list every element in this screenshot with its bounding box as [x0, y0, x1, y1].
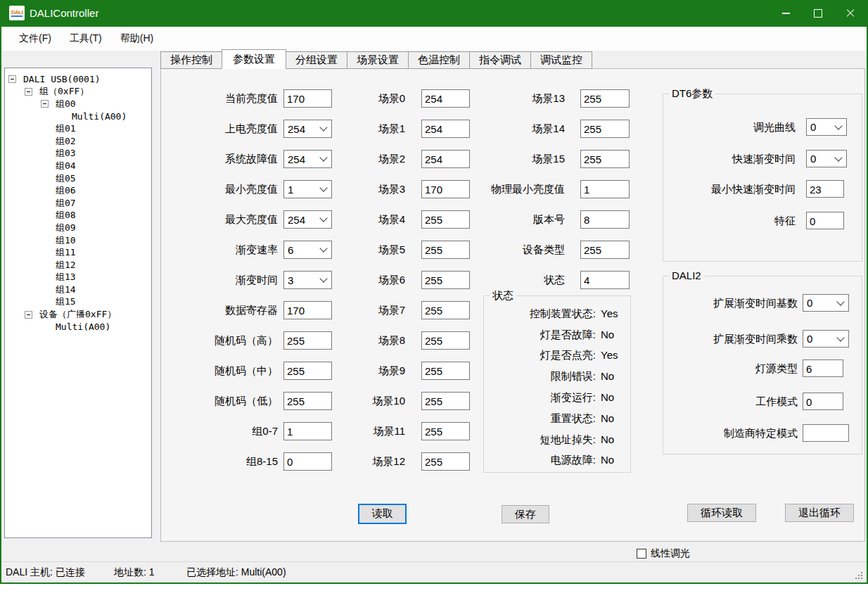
dt6-group-title: DT6参数 [669, 87, 715, 100]
tree-item-group06[interactable]: 组06 [5, 184, 151, 197]
tree-item-multi[interactable]: Multi(A00) [5, 110, 151, 123]
scene-input[interactable] [421, 331, 470, 350]
tree-item-device-broadcast[interactable]: 设备（广播0xFF） [5, 308, 151, 321]
tree-item-multi-2[interactable]: Multi(A00) [5, 321, 151, 333]
collapse-icon[interactable] [25, 88, 32, 96]
collapse-icon[interactable] [25, 311, 32, 319]
version-input[interactable] [580, 210, 630, 229]
read-button[interactable]: 读取 [358, 504, 407, 524]
data-register-input[interactable] [283, 301, 332, 319]
linear-dimming-checkbox[interactable]: 线性调光 [637, 547, 690, 560]
tab-color-temp-control[interactable]: 色温控制 [408, 51, 470, 69]
collapse-icon[interactable] [8, 75, 16, 83]
scene-input[interactable] [421, 392, 470, 410]
ext-fade-time-base-combo[interactable]: 0 [803, 294, 849, 312]
exit-loop-button[interactable]: 退出循环 [785, 504, 854, 522]
tree-item-group09[interactable]: 组09 [5, 222, 151, 234]
tree-item-group03[interactable]: 组03 [5, 148, 151, 160]
tab-scene-settings[interactable]: 场景设置 [347, 51, 409, 69]
min-level-combo[interactable]: 1 [283, 180, 332, 198]
scene-input[interactable] [421, 301, 470, 319]
manufacturer-mode-input[interactable] [803, 424, 849, 442]
tree-item-label: 组14 [56, 284, 76, 296]
tree-item-group11[interactable]: 组11 [5, 246, 151, 259]
field-label: 渐变时间 [154, 271, 278, 289]
device-type-input[interactable] [580, 241, 630, 259]
tab-command-debug[interactable]: 指令调试 [469, 51, 531, 69]
power-on-level-combo[interactable]: 254 [283, 120, 332, 138]
operating-mode-input[interactable] [803, 393, 843, 410]
tree-item-label: 组13 [56, 271, 76, 284]
maximize-button[interactable] [802, 0, 834, 27]
scene-input[interactable] [421, 362, 470, 380]
tree-item-dali-usb[interactable]: DALI USB(0001) [5, 73, 151, 86]
tree-item-group05[interactable]: 组05 [5, 172, 151, 185]
group-8-15-input[interactable] [283, 452, 332, 471]
loop-read-button[interactable]: 循环读取 [687, 504, 756, 522]
features-input[interactable] [806, 212, 844, 229]
fast-fade-time-combo[interactable]: 0 [806, 150, 847, 167]
collapse-icon[interactable] [41, 100, 49, 108]
scene-input[interactable] [580, 150, 630, 168]
tree-item-group02[interactable]: 组02 [5, 135, 151, 148]
physical-min-level-input[interactable] [580, 180, 630, 198]
scene-input[interactable] [421, 452, 470, 471]
menu-file[interactable]: 文件(F) [19, 32, 51, 45]
current-brightness-input[interactable] [283, 89, 332, 108]
chevron-down-icon [836, 298, 844, 305]
status-host: DALI 主机: 已连接 [6, 562, 85, 582]
chevron-down-icon [319, 153, 327, 161]
field-label: 组0-7 [154, 422, 278, 440]
fade-rate-combo[interactable]: 6 [283, 241, 332, 259]
tab-parameter-settings[interactable]: 参数设置 [222, 49, 286, 69]
tree-item-group01[interactable]: 组01 [5, 122, 151, 135]
tree-item-label: 组07 [56, 197, 76, 210]
dimming-curve-combo[interactable]: 0 [806, 118, 847, 136]
menu-help[interactable]: 帮助(H) [120, 32, 153, 45]
field-label: 随机码（低） [154, 392, 278, 410]
dt6-group: DT6参数 调光曲线 0 快速渐变时间 0 最小快速渐变时间 特征 [663, 94, 862, 262]
tab-operation-control[interactable]: 操作控制 [160, 51, 222, 69]
tree-item-group08[interactable]: 组08 [5, 210, 151, 222]
random-code-high-input[interactable] [283, 331, 332, 350]
random-code-mid-input[interactable] [283, 362, 332, 380]
combo-value: 0 [810, 153, 816, 165]
scene-input[interactable] [580, 89, 630, 108]
system-failure-level-combo[interactable]: 254 [283, 150, 332, 168]
status-value-input[interactable] [580, 271, 630, 289]
scene-input[interactable] [421, 422, 470, 440]
tree-item-group04[interactable]: 组04 [5, 160, 151, 172]
chevron-down-icon [319, 274, 327, 282]
tree-item-group00[interactable]: 组00 [5, 98, 151, 110]
combo-value: 254 [288, 123, 305, 135]
minimize-button[interactable] [770, 0, 802, 27]
status-label: 灯是否故障: [490, 327, 596, 343]
tree-item-group13[interactable]: 组13 [5, 272, 151, 284]
tree-item-group12[interactable]: 组12 [5, 259, 151, 272]
max-level-combo[interactable]: 254 [283, 210, 332, 229]
tab-debug-monitor[interactable]: 调试监控 [530, 51, 592, 69]
resize-grip[interactable] [854, 571, 863, 580]
field-label: 场景7 [335, 301, 405, 319]
close-button[interactable] [834, 0, 867, 27]
field-label: 渐变速率 [154, 241, 278, 259]
min-fast-fade-time-input[interactable] [806, 180, 844, 198]
tree-item-group-root[interactable]: 组（0xFF） [5, 86, 151, 98]
menu-tools[interactable]: 工具(T) [70, 32, 102, 45]
light-source-type-input[interactable] [803, 359, 843, 377]
save-button[interactable]: 保存 [502, 505, 549, 523]
fade-time-combo[interactable]: 3 [283, 271, 332, 289]
combo-value: 254 [288, 214, 305, 226]
tree-item-label: 组10 [56, 234, 76, 247]
tab-grouping-settings[interactable]: 分组设置 [286, 51, 347, 69]
random-code-low-input[interactable] [283, 392, 332, 410]
tree-item-group15[interactable]: 组15 [5, 296, 151, 309]
tree-item-group10[interactable]: 组10 [5, 234, 151, 247]
status-label: 限制错误: [490, 369, 596, 384]
group-0-7-input[interactable] [283, 422, 332, 440]
scene-input[interactable] [580, 120, 630, 138]
ext-fade-time-multiplier-combo[interactable]: 0 [803, 330, 849, 348]
field-label: 快速渐变时间 [668, 150, 796, 167]
tree-item-group07[interactable]: 组07 [5, 197, 151, 210]
tree-item-group14[interactable]: 组14 [5, 284, 151, 296]
